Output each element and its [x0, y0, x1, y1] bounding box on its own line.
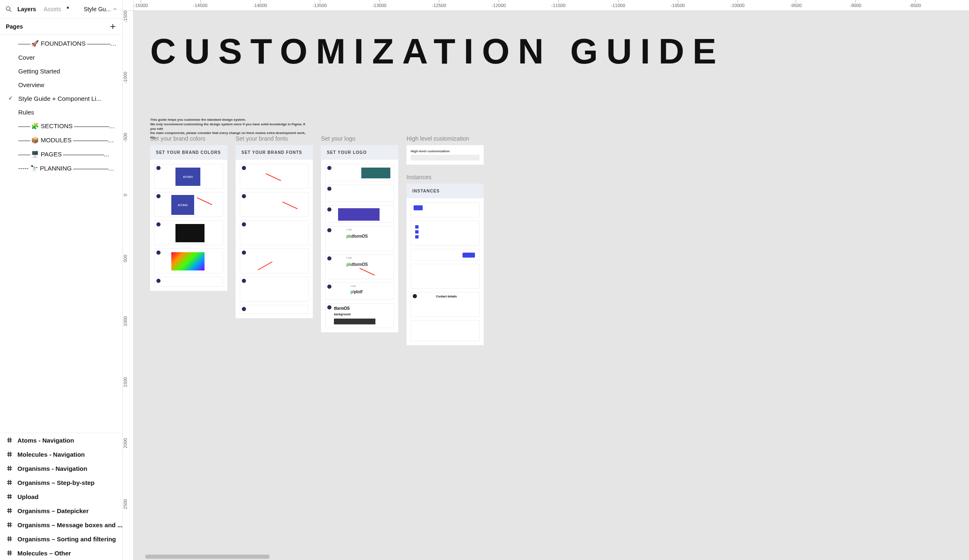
assets-indicator-dot [67, 7, 69, 9]
ruler-tick: -12000 [492, 0, 506, 10]
column-title: Set your brand fonts [236, 135, 313, 142]
horizontal-scrollbar[interactable] [145, 555, 967, 559]
ruler-tick: -14000 [253, 0, 267, 10]
page-item[interactable]: 🚀 FOUNDATIONS... [0, 37, 122, 51]
ruler-tick: -500 [123, 133, 133, 142]
frame-item[interactable]: Atoms - Navigation [0, 433, 122, 447]
frame-item[interactable]: Organisms - Navigation [0, 461, 122, 475]
frame-item[interactable]: Molecules – Other [0, 546, 122, 560]
sidebar-tabs: Layers Assets Style Gu... [0, 0, 122, 19]
logo-preview: plaplatformOStformOS [346, 234, 368, 239]
frame-icon [6, 450, 13, 458]
column-brand-fonts: Set your brand fonts SET YOUR BRAND FONT… [236, 135, 313, 318]
add-page-icon[interactable] [109, 23, 117, 30]
page-dropdown[interactable]: Style Gu... [84, 6, 117, 12]
frame-icon [6, 436, 13, 444]
frames-list: Atoms - NavigationMolecules - Navigation… [0, 433, 122, 560]
logo-label: Logo [346, 256, 352, 259]
ruler-tick: -9000 [850, 0, 861, 10]
frame-item[interactable]: Organisms – Sorting and filtering [0, 532, 122, 546]
ruler-tick: -13000 [372, 0, 386, 10]
intro-line: We only recommend customizing the design… [150, 122, 308, 131]
column-title: Instances [407, 174, 484, 180]
ruler-tick: -10500 [671, 0, 685, 10]
logo-label: Logo [351, 285, 356, 287]
card-body: ATOMS ATOMS [150, 160, 227, 291]
pages-header-label: Pages [6, 23, 23, 30]
ruler-tick: 1500 [123, 377, 133, 387]
frame-instances[interactable]: INSTANCES [407, 184, 484, 345]
left-sidebar: Layers Assets Style Gu... Pages 🚀 FOUNDA… [0, 0, 123, 560]
frame-brand-fonts[interactable]: SET YOUR BRAND FONTS [236, 145, 313, 318]
page-item[interactable]: 📦 MODULES... [0, 133, 122, 147]
frame-item[interactable]: Organisms – Message boxes and ... [0, 518, 122, 532]
card-header: SET YOUR BRAND FONTS [236, 145, 313, 160]
page-item[interactable]: 🔭 PLANNING... [0, 161, 122, 175]
card-header: INSTANCES [407, 184, 484, 198]
chevron-up-icon [112, 7, 117, 12]
card-header: SET YOUR LOGO [321, 145, 398, 160]
ruler-tick: -13500 [313, 0, 327, 10]
frame-logo[interactable]: SET YOUR LOGO Logo plaplatformOStformOS … [321, 145, 398, 332]
card-body [236, 160, 313, 318]
column-logo: Set your logo SET YOUR LOGO Logo plaplat… [321, 135, 398, 332]
page-item[interactable]: 🖥️ PAGES... [0, 147, 122, 161]
search-icon[interactable] [5, 5, 12, 13]
canvas-viewport[interactable]: CUSTOMIZATION GUIDE This guide helps you… [134, 11, 969, 560]
tab-layers[interactable]: Layers [15, 3, 39, 15]
atoms-swatch: ATOMS [171, 195, 194, 215]
canvas-title: CUSTOMIZATION GUIDE [150, 31, 725, 72]
ruler-tick: 500 [123, 255, 133, 262]
contact-label: Contact details [436, 295, 457, 298]
tab-assets[interactable]: Assets [41, 3, 63, 15]
frame-icon [6, 465, 13, 472]
frame-icon [6, 535, 13, 543]
page-item[interactable]: Overview [0, 78, 122, 92]
ruler-tick: -11500 [551, 0, 565, 10]
column-title: Set your logo [321, 135, 398, 142]
ruler-tick: -1000 [123, 72, 133, 83]
frame-item[interactable]: Molecules - Navigation [0, 447, 122, 461]
ruler-tick: -15000 [134, 0, 148, 10]
ruler-tick: 2000 [123, 438, 133, 448]
canvas-area[interactable]: -15000-14500-14000-13500-13000-12500-120… [123, 0, 969, 560]
frame-icon [6, 493, 13, 500]
column-title: High level customization [407, 135, 484, 142]
ruler-tick: -11000 [611, 0, 625, 10]
svg-point-0 [6, 7, 10, 10]
logo-preview: platformOS [346, 262, 368, 267]
page-item[interactable]: 🧩 SECTIONS... [0, 119, 122, 133]
scrollbar-thumb[interactable] [145, 555, 270, 559]
frame-brand-colors[interactable]: SET YOUR BRAND COLORS ATOMS ATOMS [150, 145, 227, 291]
atoms-swatch: ATOMS [175, 168, 200, 186]
column-high-level: High level customization High-level cust… [407, 135, 484, 345]
page-item[interactable]: Style Guide + Component Li... [0, 92, 122, 105]
ruler-tick: -14500 [193, 0, 207, 10]
ruler-vertical: -1500-1000-500050010001500200025003000 [123, 11, 134, 560]
page-dropdown-label: Style Gu... [84, 6, 111, 12]
card-body: Logo plaplatformOStformOS Logo platformO… [321, 160, 398, 332]
ruler-tick: 2500 [123, 499, 133, 509]
logo-preview-alt: tformOS [334, 306, 350, 311]
frame-icon [6, 549, 13, 557]
frame-high-level[interactable]: High-level customization [407, 145, 484, 165]
bg-label: background [334, 313, 351, 316]
ruler-tick: -1500 [123, 11, 133, 22]
column-title: Set your brand colors [150, 135, 227, 142]
intro-line: This guide helps you customize the stand… [150, 118, 308, 122]
frame-icon [6, 507, 13, 514]
page-item[interactable]: Cover [0, 51, 122, 64]
ruler-tick: -8500 [909, 0, 921, 10]
frame-item[interactable]: Organisms – Datepicker [0, 504, 122, 518]
frame-item[interactable]: Upload [0, 489, 122, 504]
card-body: Contact details [407, 198, 484, 345]
ruler-tick: -10000 [730, 0, 745, 10]
svg-line-1 [10, 10, 11, 12]
frame-icon [6, 479, 13, 486]
frame-item[interactable]: Organisms – Step-by-step [0, 475, 122, 489]
column-brand-colors: Set your brand colors SET YOUR BRAND COL… [150, 135, 227, 291]
page-item[interactable]: Rules [0, 105, 122, 119]
page-item[interactable]: Getting Started [0, 64, 122, 78]
cards-row: Set your brand colors SET YOUR BRAND COL… [150, 135, 961, 345]
card-header: SET YOUR BRAND COLORS [150, 145, 227, 160]
